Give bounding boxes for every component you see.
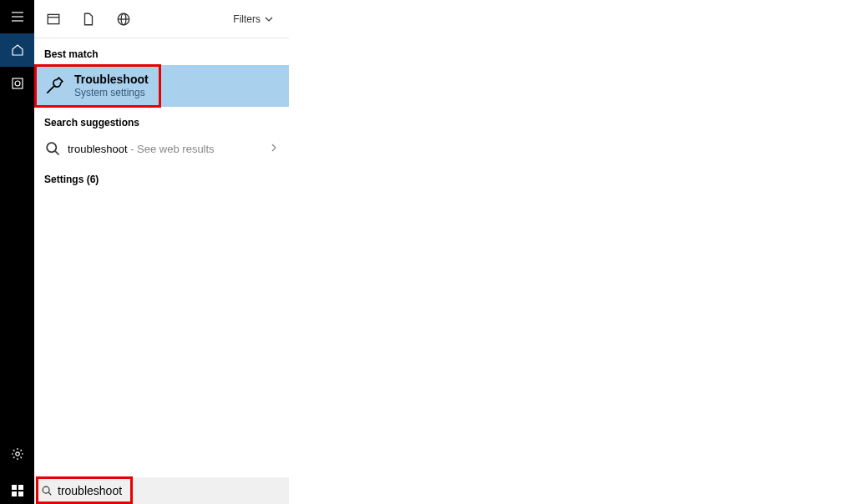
svg-rect-3	[13, 78, 23, 88]
svg-rect-16	[18, 485, 23, 490]
wrench-icon-container	[34, 75, 74, 97]
tab-apps[interactable]	[46, 12, 61, 27]
globe-icon	[116, 12, 131, 27]
settings-label: Settings (6)	[34, 164, 289, 190]
search-box-icon	[41, 485, 53, 496]
sidebar	[0, 0, 34, 504]
svg-point-4	[15, 81, 20, 86]
search-results-panel: Filters Best match Troubleshoot System s…	[34, 0, 289, 477]
document-icon	[81, 12, 96, 27]
suggestion-suffix: - See web results	[128, 143, 215, 155]
tab-documents[interactable]	[81, 12, 96, 27]
suggestion-web-results[interactable]: troubleshoot - See web results	[34, 134, 289, 164]
best-match-title: Troubleshoot	[74, 73, 149, 87]
best-match-troubleshoot[interactable]: Troubleshoot System settings	[34, 65, 289, 107]
sidebar-menu-button[interactable]	[0, 0, 34, 33]
sidebar-home-button[interactable]	[0, 33, 34, 67]
svg-rect-18	[18, 491, 23, 496]
circle-square-icon	[11, 77, 24, 90]
suggestion-term: troubleshoot	[68, 143, 128, 155]
svg-rect-15	[12, 485, 17, 490]
search-icon	[44, 140, 61, 157]
home-icon	[11, 43, 24, 57]
chevron-down-icon	[264, 14, 274, 24]
tab-web[interactable]	[116, 12, 131, 27]
taskbar	[0, 477, 289, 504]
windows-icon	[11, 484, 24, 497]
svg-line-14	[55, 151, 58, 154]
chevron-right-icon	[269, 141, 279, 156]
sidebar-top	[0, 0, 34, 100]
search-input[interactable]	[58, 484, 282, 497]
start-button[interactable]	[0, 477, 34, 504]
svg-rect-8	[48, 14, 59, 23]
suggestion-text: troubleshoot - See web results	[68, 143, 215, 155]
svg-point-19	[43, 486, 49, 493]
best-match-label: Best match	[34, 38, 289, 65]
search-icon	[41, 485, 53, 496]
search-box[interactable]	[34, 477, 289, 504]
wrench-icon	[43, 75, 65, 97]
gear-icon	[11, 447, 24, 461]
search-suggestions-label: Search suggestions	[34, 107, 289, 134]
best-match-text: Troubleshoot System settings	[74, 73, 149, 98]
sidebar-cortana-button[interactable]	[0, 67, 34, 100]
sidebar-settings-button[interactable]	[0, 437, 34, 471]
svg-point-13	[47, 143, 56, 152]
filters-dropdown[interactable]: Filters	[233, 13, 277, 25]
search-icon-container	[44, 140, 61, 157]
svg-line-20	[48, 492, 51, 495]
top-tabs: Filters	[34, 0, 289, 38]
apps-icon	[46, 12, 61, 27]
best-match-subtitle: System settings	[74, 87, 149, 98]
svg-rect-17	[12, 491, 17, 496]
menu-icon	[11, 10, 24, 23]
svg-point-5	[15, 452, 18, 456]
filters-label: Filters	[233, 13, 261, 25]
